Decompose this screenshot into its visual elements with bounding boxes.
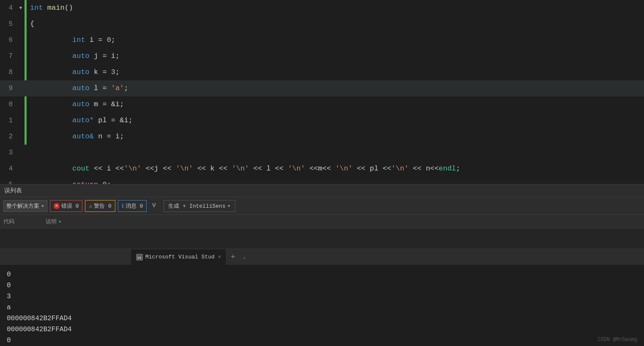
output-line-7: 0 — [7, 335, 637, 346]
code-editor[interactable]: 4 ▼ int main () 5 { — [0, 0, 644, 184]
terminal-tabs: VS Microsoft Visual Stud × + ⌄ — [0, 249, 644, 265]
code-content: auto& n = i; — [27, 129, 644, 145]
info-icon: ℹ — [122, 203, 124, 209]
line-number: 8 — [0, 69, 17, 76]
col-code-header: 代码 — [3, 218, 37, 225]
line-number: 9 — [0, 85, 17, 92]
code-content: auto j = i; — [27, 48, 644, 64]
solution-filter-label: 整个解决方案 — [6, 202, 39, 210]
tab-dropdown-button[interactable]: ⌄ — [240, 254, 249, 260]
code-content: auto m = &i; — [27, 96, 644, 113]
output-line-6: 000000842B2FFAD4 — [7, 324, 637, 335]
code-content: auto l = 'a' ; — [27, 80, 644, 96]
keyword-int: int — [30, 0, 43, 16]
code-content: int main () — [27, 0, 644, 16]
line-number: 5 — [0, 181, 17, 184]
code-content: auto k = 3 ; — [27, 64, 644, 80]
error-panel-title: 误列表 — [4, 187, 22, 195]
line-number: 4 — [0, 4, 17, 12]
code-line-5: 5 { — [0, 16, 644, 32]
line-number: 0 — [0, 101, 17, 108]
tab-close-button[interactable]: × — [218, 254, 221, 260]
code-content: auto* pl = &i; — [27, 113, 644, 129]
message-filter-button[interactable]: ℹ 消息 0 — [118, 200, 147, 212]
warning-icon: ⚠ — [89, 203, 92, 209]
line-number: 6 — [0, 36, 17, 44]
tab-add-button[interactable]: + — [226, 253, 240, 261]
code-line-6: 6 int i = 0 ; — [0, 32, 644, 48]
error-table-header: 代码 说明 ▾ — [0, 215, 644, 228]
line-number: 3 — [0, 149, 17, 157]
code-line-11: 1 auto* pl = &i; — [0, 113, 644, 129]
error-filter-button[interactable]: ✕ 错误 0 — [50, 200, 83, 212]
output-line-2: 0 — [7, 280, 637, 291]
error-panel-header: 误列表 — [0, 184, 644, 197]
build-label: 生成 + IntelliSens — [168, 202, 225, 210]
error-toolbar: 整个解决方案 ▾ ✕ 错误 0 ⚠ 警告 0 ℹ 消息 0 ⛛ 生成 + Int… — [0, 197, 644, 215]
terminal-tab-label: Microsoft Visual Stud — [145, 254, 215, 260]
code-content: return 0 ; — [27, 177, 644, 184]
error-icon: ✕ — [54, 203, 60, 209]
build-button[interactable]: 生成 + IntelliSens ▾ — [164, 200, 235, 212]
error-count-label: 错误 0 — [61, 202, 79, 210]
warning-count-label: 警告 0 — [94, 202, 112, 210]
output-line-5: 000000842B2FFAD4 — [7, 313, 637, 324]
function-name: main — [47, 0, 65, 16]
code-line-14: 4 cout << i << '\n' <<j << '\n' << k << … — [0, 161, 644, 177]
dropdown-arrow-icon: ▾ — [41, 203, 44, 209]
code-line-13: 3 — [0, 145, 644, 161]
code-line-15: 5 return 0 ; — [0, 177, 644, 184]
line-number: 7 — [0, 52, 17, 60]
code-line-4: 4 ▼ int main () — [0, 0, 644, 16]
warning-filter-button[interactable]: ⚠ 警告 0 — [85, 200, 115, 212]
filter-icon: ⛛ — [151, 202, 158, 210]
code-line-9: 9 auto l = 'a' ; — [0, 80, 644, 96]
col-desc-header: 说明 ▾ — [46, 218, 130, 225]
no-indicator — [25, 145, 27, 161]
line-number: 5 — [0, 20, 17, 28]
code-lines: 4 ▼ int main () 5 { — [0, 0, 644, 184]
watermark: CSDN @MrGaomg — [598, 337, 637, 343]
code-content: cout << i << '\n' <<j << '\n' << k << '\… — [27, 161, 644, 177]
output-line-3: 3 — [7, 291, 637, 302]
code-line-7: 7 auto j = i; — [0, 48, 644, 64]
vs-tab-icon: VS — [136, 254, 143, 261]
filter-icon-button[interactable]: ⛛ — [149, 201, 159, 211]
code-line-12: 2 auto& n = i; — [0, 129, 644, 145]
output-line-4: a — [7, 302, 637, 313]
code-line-8: 8 auto k = 3 ; — [0, 64, 644, 80]
line-number: 1 — [0, 117, 17, 124]
message-count-label: 消息 0 — [126, 202, 143, 210]
line-number: 2 — [0, 133, 17, 140]
terminal-tab-vs[interactable]: VS Microsoft Visual Stud × — [131, 249, 226, 265]
line-number: 4 — [0, 165, 17, 173]
terminal-output: 0 0 3 a 000000842B2FFAD4 000000842B2FFAD… — [0, 265, 644, 346]
svg-text:VS: VS — [137, 256, 142, 260]
watermark-text: CSDN @MrGaomg — [598, 337, 637, 343]
output-line-1: 0 — [7, 269, 637, 280]
build-dropdown-icon: ▾ — [227, 203, 231, 209]
solution-filter[interactable]: 整个解决方案 ▾ — [3, 200, 47, 212]
code-content: { — [27, 16, 644, 32]
terminal-area: VS Microsoft Visual Stud × + ⌄ 0 0 3 a 0… — [0, 249, 644, 346]
code-line-10: 0 auto m = &i; — [0, 96, 644, 113]
sort-icon: ▾ — [58, 218, 62, 225]
code-content: int i = 0 ; — [27, 32, 644, 48]
fold-gutter: ▼ — [17, 5, 25, 11]
